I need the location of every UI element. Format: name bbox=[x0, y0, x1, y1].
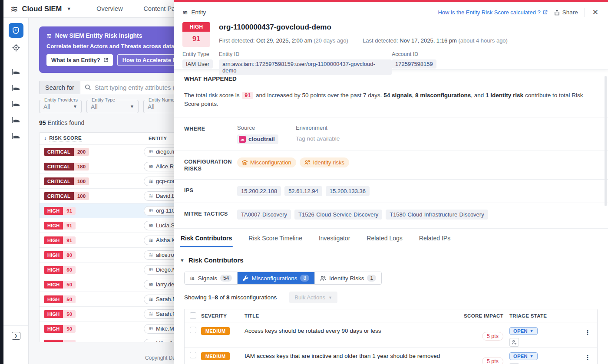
mitre-tactic-chip[interactable]: TA0007-Discovery bbox=[237, 210, 291, 220]
product-switcher[interactable]: ≋ Cloud SIEM ▼ bbox=[10, 4, 71, 13]
banner-title: New SIEM Entity Risk Insights bbox=[55, 32, 142, 39]
what-is-entity-button[interactable]: What Is an Entity? bbox=[46, 54, 113, 66]
contributor-type-segmented-control: ≋ Signals 54 Misconfigurations 8 Identit… bbox=[184, 272, 382, 285]
showing-row: Showing 1–8 of 8 misconfigurations Bulk … bbox=[184, 292, 608, 303]
risk-score-value: 200 bbox=[74, 148, 89, 156]
sidebar-item-dashboard-5[interactable] bbox=[11, 131, 21, 141]
source-label: Source bbox=[237, 125, 296, 131]
ip-chip[interactable]: 15.200.133.36 bbox=[326, 186, 370, 196]
identity-risks-chip[interactable]: Identity risks bbox=[300, 157, 349, 167]
mitre-tactic-chip[interactable]: T1580-Cloud-Infrastructure-Discovery bbox=[386, 210, 488, 220]
filter-entity-providers[interactable]: Entity Providers All ▼ bbox=[39, 100, 82, 113]
source-chip[interactable]: ☁ cloudtrail bbox=[237, 134, 278, 144]
sidebar-item-detection[interactable] bbox=[11, 43, 21, 52]
column-risk-score[interactable]: RISK SCORE bbox=[49, 135, 82, 141]
triage-state-value: OPEN bbox=[513, 328, 528, 334]
misconfiguration-row[interactable]: MEDIUMIAM access keys that are inactive … bbox=[185, 348, 597, 364]
risk-contributors-collapse-header[interactable]: ▼ Risk Contributors bbox=[180, 256, 608, 264]
tab-related-ips[interactable]: Related IPs bbox=[418, 235, 451, 247]
where-section: WHERE Source ☁ cloudtrail Environment Ta… bbox=[174, 118, 608, 151]
chevron-down-icon: ▼ bbox=[66, 6, 71, 11]
misconfiguration-row[interactable]: MEDIUMAccess keys should be rotated ever… bbox=[185, 322, 597, 348]
ip-chip[interactable]: 52.61.12.94 bbox=[284, 186, 322, 196]
misconfiguration-chip[interactable]: Misconfiguration bbox=[237, 157, 296, 167]
entity-shield-icon: ≋ bbox=[190, 275, 195, 282]
area-chart-icon bbox=[11, 132, 20, 140]
tab-related-logs[interactable]: Related Logs bbox=[366, 235, 403, 247]
risk-score-badge: HIGH50 bbox=[44, 325, 109, 333]
assign-user-button[interactable] bbox=[509, 338, 519, 347]
wh-text: The total risk score is bbox=[184, 92, 240, 98]
risk-score-badge: HIGH 91 bbox=[182, 22, 210, 47]
cloudtrail-icon: ☁ bbox=[239, 136, 246, 143]
misconfigurations-table: SEVERITY TITLE SCORE IMPACT TRIAGE STATE… bbox=[184, 309, 598, 364]
severity-label: HIGH bbox=[44, 295, 63, 303]
row-checkbox[interactable] bbox=[190, 352, 196, 358]
configuration-risks-label: CONFIGURATION RISKS bbox=[184, 157, 237, 173]
segment-signals[interactable]: ≋ Signals 54 bbox=[185, 272, 238, 284]
misconfiguration-title[interactable]: Access keys should be rotated every 90 d… bbox=[245, 327, 452, 334]
segment-misconfigurations[interactable]: Misconfigurations 8 bbox=[238, 272, 315, 284]
first-detected-label: First detected: bbox=[219, 37, 254, 44]
layers-icon bbox=[242, 160, 248, 165]
expand-panel-icon[interactable]: ❯ bbox=[12, 332, 20, 340]
risk-score-value: 180 bbox=[74, 163, 89, 171]
misconfiguration-title[interactable]: IAM access keys that are inactive and ol… bbox=[245, 352, 452, 359]
select-all-checkbox[interactable] bbox=[190, 312, 196, 319]
mitre-tactics-section: MITRE TACTICS TA0007-Discovery T1526-Clo… bbox=[174, 203, 608, 229]
results-label: Entities found bbox=[47, 119, 84, 126]
what-happened-section: WHAT HAPPENED The total risk score is 91… bbox=[174, 69, 608, 118]
tab-risk-score-timeline[interactable]: Risk Score Timeline bbox=[248, 235, 303, 247]
tab-investigator[interactable]: Investigator bbox=[318, 235, 351, 247]
triage-state-dropdown[interactable]: OPEN▼ bbox=[509, 352, 538, 360]
severity-label: HIGH bbox=[44, 266, 63, 274]
severity-label: CRITICAL bbox=[44, 148, 74, 156]
risk-score-value: 91 bbox=[182, 32, 210, 47]
filter-entity-type[interactable]: Entity Type All ▼ bbox=[86, 100, 139, 113]
identity-risk-count-text: 1 identity risk bbox=[486, 92, 523, 98]
risk-score-badge: CRITICAL200 bbox=[44, 148, 109, 156]
triage-state-value: OPEN bbox=[513, 354, 528, 359]
results-count-line: 95 Entities found bbox=[39, 119, 84, 126]
severity-label: HIGH bbox=[44, 340, 63, 343]
area-chart-icon bbox=[11, 116, 20, 124]
triage-state-dropdown[interactable]: OPEN▼ bbox=[509, 327, 538, 335]
account-id-value[interactable]: 172597598159 bbox=[392, 59, 436, 69]
misconfigurations-count-text: 8 misconfigurations bbox=[415, 92, 471, 98]
sidebar-item-dashboard-2[interactable] bbox=[11, 83, 21, 92]
mitre-tactics-label: MITRE TACTICS bbox=[184, 210, 237, 220]
ip-chip[interactable]: 15.200.22.108 bbox=[237, 186, 281, 196]
entity-shield-icon: ≋ bbox=[149, 281, 153, 288]
share-button[interactable]: Share bbox=[554, 9, 578, 16]
nav-item-overview[interactable]: Overview bbox=[96, 5, 122, 12]
row-menu-icon[interactable]: ⋮ bbox=[578, 327, 597, 336]
close-icon[interactable]: ✕ bbox=[591, 8, 599, 17]
sidebar-item-dashboard-1[interactable] bbox=[11, 67, 21, 76]
tab-risk-contributors[interactable]: Risk Contributors bbox=[180, 235, 233, 247]
filter-label: Entity Type bbox=[90, 97, 117, 102]
share-label: Share bbox=[562, 9, 578, 16]
row-checkbox[interactable] bbox=[190, 327, 196, 333]
risk-score-value: 100 bbox=[74, 192, 89, 200]
product-title: Cloud SIEM bbox=[22, 5, 62, 13]
risk-score-value: 91 bbox=[63, 236, 76, 244]
filter-value: All bbox=[43, 103, 50, 110]
sidebar-item-dashboard-3[interactable] bbox=[11, 99, 21, 108]
sidebar-item-dashboard-4[interactable] bbox=[11, 115, 21, 125]
sidebar-item-security-active[interactable] bbox=[9, 23, 23, 38]
showing-text: of bbox=[220, 294, 225, 301]
sort-descending-icon[interactable]: ↓ bbox=[44, 135, 46, 141]
misconfiguration-chip-label: Misconfiguration bbox=[250, 159, 291, 166]
segment-identity-risks[interactable]: Identity Risks 1 bbox=[315, 272, 381, 284]
bulk-actions-button[interactable]: Bulk Actions ▼ bbox=[289, 292, 337, 303]
chevron-down-icon: ▼ bbox=[180, 258, 185, 263]
severity-label: HIGH bbox=[44, 236, 63, 244]
risk-score-help-link[interactable]: How is the Entity Risk Score calculated … bbox=[438, 9, 547, 16]
wrench-icon bbox=[243, 275, 248, 281]
area-chart-icon bbox=[11, 84, 20, 92]
row-menu-icon[interactable]: ⋮ bbox=[578, 352, 597, 361]
mitre-tactic-chip[interactable]: T1526-Cloud-Service-Discovery bbox=[294, 210, 382, 220]
showing-text: misconfigurations bbox=[231, 294, 277, 301]
segment-count: 8 bbox=[300, 275, 309, 282]
panel-scrollbar[interactable] bbox=[605, 76, 607, 206]
